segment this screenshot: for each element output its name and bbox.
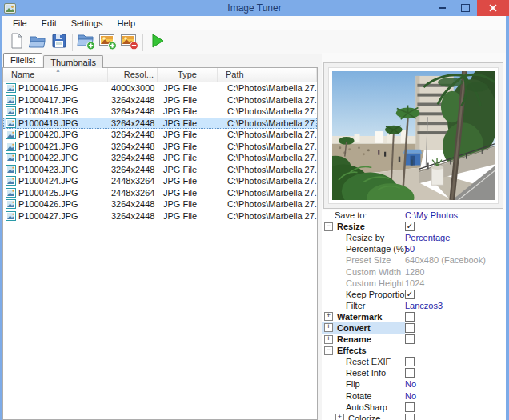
file-path-cell: C:\Photos\Marbella 27.... bbox=[218, 211, 317, 221]
add-images-button[interactable] bbox=[97, 32, 118, 53]
remove-images-button[interactable] bbox=[118, 32, 140, 53]
expand-icon[interactable]: + bbox=[324, 323, 333, 332]
file-row[interactable]: P1000424.JPG2448x3264JPG FileC:\Photos\M… bbox=[3, 175, 317, 187]
remove-images-icon bbox=[120, 32, 139, 53]
checkbox-reset-exif-unchecked[interactable] bbox=[405, 357, 415, 366]
file-name-cell: P1000422.JPG bbox=[3, 153, 108, 162]
checkbox-resize-checked[interactable]: ✓ bbox=[405, 222, 415, 231]
add-folder-button[interactable] bbox=[75, 32, 97, 53]
tab-filelist[interactable]: Filelist bbox=[3, 53, 42, 67]
file-name-cell: P1000420.JPG bbox=[3, 130, 108, 139]
prop-row-reset-info[interactable]: Reset Info bbox=[322, 367, 506, 378]
file-type-cell: JPG File bbox=[158, 142, 218, 151]
file-row-selected[interactable]: P1000419.JPG3264x2448JPG FileC:\Photos\M… bbox=[3, 118, 317, 130]
prop-row-colorize[interactable]: +Colorize bbox=[322, 413, 506, 420]
prop-row-keep-proportions[interactable]: Keep Proportions✓ bbox=[322, 289, 506, 300]
prop-label: Flip bbox=[346, 379, 360, 389]
file-resolution-cell: 3264x2448 bbox=[108, 199, 158, 209]
file-row[interactable]: P1000426.JPG3264x2448JPG FileC:\Photos\M… bbox=[3, 198, 317, 210]
column-header-name[interactable]: Name▲ bbox=[3, 68, 108, 82]
close-button[interactable] bbox=[477, 0, 509, 16]
prop-value-filter[interactable]: Lanczos3 bbox=[405, 301, 443, 310]
add-folder-icon bbox=[77, 32, 96, 53]
collapse-icon[interactable]: − bbox=[324, 346, 333, 355]
column-header-path[interactable]: Path bbox=[218, 68, 317, 82]
image-file-icon bbox=[6, 130, 16, 139]
prop-label: Percentage (%) bbox=[346, 244, 407, 254]
prop-label: Save to: bbox=[335, 210, 367, 220]
open-folder-icon bbox=[29, 32, 46, 52]
expand-icon[interactable]: + bbox=[324, 312, 333, 321]
run-button[interactable] bbox=[146, 32, 167, 53]
prop-row-percentage[interactable]: Percentage (%)50 bbox=[322, 243, 506, 254]
file-row[interactable]: P1000418.JPG3264x2448JPG FileC:\Photos\M… bbox=[3, 106, 317, 118]
checkbox-autosharp-unchecked[interactable] bbox=[405, 402, 415, 412]
prop-row-convert[interactable]: +Convert bbox=[322, 322, 506, 334]
file-resolution-cell: 3264x2448 bbox=[108, 165, 158, 174]
checkbox-watermark-unchecked[interactable] bbox=[405, 312, 415, 322]
expand-icon[interactable]: + bbox=[335, 414, 344, 420]
prop-label: Preset Size bbox=[346, 255, 391, 265]
checkbox-colorize-unchecked[interactable] bbox=[405, 414, 415, 420]
prop-row-preset-size[interactable]: Preset Size640x480 (Facebook) bbox=[322, 254, 506, 266]
file-type-cell: JPG File bbox=[158, 118, 218, 128]
file-row[interactable]: P1000422.JPG3264x2448JPG FileC:\Photos\M… bbox=[3, 152, 317, 164]
prop-value-resize-by[interactable]: Percentage bbox=[405, 233, 450, 242]
tab-thumbnails[interactable]: Thumbnails bbox=[43, 55, 103, 68]
minimize-button[interactable] bbox=[431, 0, 454, 16]
file-row[interactable]: P1000416.JPG4000x3000JPG FileC:\Photos\M… bbox=[3, 82, 317, 94]
prop-label: Custom Width bbox=[346, 267, 401, 277]
checkbox-reset-info-unchecked[interactable] bbox=[405, 368, 415, 378]
open-folder-button[interactable] bbox=[26, 32, 48, 53]
prop-value-rotate[interactable]: No bbox=[405, 391, 416, 401]
image-file-icon bbox=[6, 83, 16, 93]
prop-row-rename[interactable]: +Rename bbox=[322, 334, 506, 345]
image-file-icon bbox=[6, 95, 16, 105]
maximize-button[interactable] bbox=[454, 0, 477, 16]
prop-label: Keep Proportions bbox=[346, 290, 414, 299]
menu-settings[interactable]: Settings bbox=[64, 18, 110, 29]
image-file-icon bbox=[6, 142, 16, 151]
column-header-resol[interactable]: Resol... bbox=[108, 68, 158, 82]
prop-value-save-to[interactable]: C:\My Photos bbox=[405, 210, 458, 220]
prop-label: Rename bbox=[337, 334, 371, 344]
prop-row-resize[interactable]: −Resize✓ bbox=[322, 221, 506, 232]
file-type-cell: JPG File bbox=[158, 199, 218, 209]
file-row[interactable]: P1000427.JPG3264x2448JPG FileC:\Photos\M… bbox=[3, 210, 317, 222]
prop-row-flip[interactable]: FlipNo bbox=[322, 378, 506, 390]
prop-row-autosharp[interactable]: AutoSharp bbox=[322, 402, 506, 413]
file-resolution-cell: 3264x2448 bbox=[108, 211, 158, 221]
prop-label: AutoSharp bbox=[346, 402, 387, 412]
prop-value-percentage[interactable]: 50 bbox=[405, 244, 415, 254]
prop-row-save-to[interactable]: Save to:C:\My Photos bbox=[322, 210, 506, 221]
prop-row-effects[interactable]: −Effects bbox=[322, 345, 506, 356]
file-row[interactable]: P1000423.JPG3264x2448JPG FileC:\Photos\M… bbox=[3, 164, 317, 176]
file-name-cell: P1000419.JPG bbox=[3, 118, 108, 128]
prop-row-resize-by[interactable]: Resize byPercentage bbox=[322, 232, 506, 243]
file-row[interactable]: P1000425.JPG2448x3264JPG FileC:\Photos\M… bbox=[3, 187, 317, 199]
file-resolution-cell: 3264x2448 bbox=[108, 153, 158, 162]
prop-label: Resize bbox=[337, 222, 365, 231]
new-file-button[interactable] bbox=[5, 32, 26, 53]
prop-value-flip[interactable]: No bbox=[405, 379, 416, 389]
save-button[interactable] bbox=[48, 32, 70, 53]
checkbox-keep-proportions-checked[interactable]: ✓ bbox=[405, 290, 415, 299]
menu-help[interactable]: Help bbox=[110, 18, 142, 29]
prop-row-watermark[interactable]: +Watermark bbox=[322, 311, 506, 322]
prop-row-rotate[interactable]: RotateNo bbox=[322, 390, 506, 402]
menu-edit[interactable]: Edit bbox=[34, 18, 64, 29]
file-row[interactable]: P1000421.JPG3264x2448JPG FileC:\Photos\M… bbox=[3, 141, 317, 153]
column-header-type[interactable]: Type bbox=[158, 68, 218, 82]
file-row[interactable]: P1000420.JPG3264x2448JPG FileC:\Photos\M… bbox=[3, 129, 317, 141]
menu-file[interactable]: File bbox=[6, 18, 34, 29]
expand-icon[interactable]: + bbox=[324, 335, 333, 344]
prop-row-reset-exif[interactable]: Reset EXIF bbox=[322, 356, 506, 367]
file-row[interactable]: P1000417.JPG3264x2448JPG FileC:\Photos\M… bbox=[3, 94, 317, 106]
prop-row-custom-width[interactable]: Custom Width1280 bbox=[322, 266, 506, 277]
prop-row-custom-height[interactable]: Custom Height1024 bbox=[322, 278, 506, 289]
file-path-cell: C:\Photos\Marbella 27.... bbox=[218, 83, 317, 93]
checkbox-rename-unchecked[interactable] bbox=[405, 334, 415, 344]
prop-row-filter[interactable]: FilterLanczos3 bbox=[322, 300, 506, 311]
collapse-icon[interactable]: − bbox=[324, 222, 333, 231]
checkbox-convert-unchecked[interactable] bbox=[405, 323, 415, 333]
